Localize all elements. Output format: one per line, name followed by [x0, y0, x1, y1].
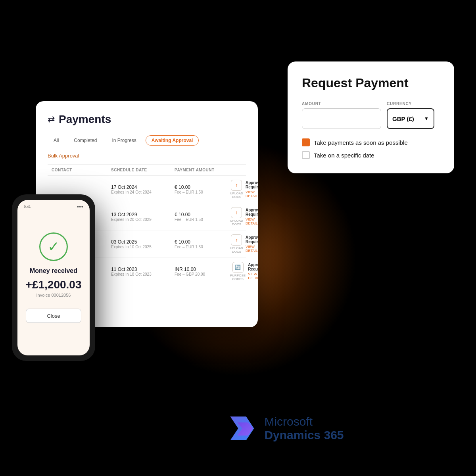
approval-required-label: Approval Required i	[246, 235, 258, 244]
row-action-area: ↑ UPLOADDOCS Approval Required i VIEW DE…	[230, 234, 258, 253]
close-button[interactable]: Close	[26, 309, 81, 323]
tab-inprogress[interactable]: In Progress	[106, 135, 142, 146]
asap-label: Take payments as soon as possible	[314, 139, 408, 146]
check-icon: ✓	[48, 240, 60, 254]
success-circle: ✓	[39, 232, 68, 261]
ms-name: Microsoft	[264, 415, 344, 428]
upload-button[interactable]: ↑ UPLOADDOCS	[230, 234, 243, 253]
upload-button[interactable]: ↑ UPLOADDOCS	[230, 180, 243, 199]
change-button[interactable]: 🔄 PURPOSECODES	[230, 262, 246, 281]
upload-button[interactable]: ↑ UPLOADDOCS	[230, 207, 243, 226]
phone-mockup: 9:41 ●●● ✓ Money received +£1,200.03 Inv…	[12, 194, 95, 361]
approval-required-label: Approval Required i	[246, 208, 258, 217]
invoice-text: Invoice 00012056	[36, 293, 71, 298]
tab-completed[interactable]: Completed	[68, 135, 103, 146]
upload-arrow-icon[interactable]: ↑	[231, 207, 242, 218]
row-action-area: ↑ UPLOADDOCS Approval Required i VIEW DE…	[230, 180, 258, 199]
payments-header: ⇄ Payments	[48, 113, 246, 126]
currency-label: CURRENCY	[387, 102, 434, 106]
tab-awaiting-approval[interactable]: Awaiting Approval	[146, 135, 199, 146]
col-contact: CONTACT	[52, 168, 111, 172]
specific-date-checkbox[interactable]	[302, 151, 310, 159]
row-amount: € 10.00 Fee – EUR 1.50	[175, 239, 230, 249]
asap-checkbox[interactable]	[302, 138, 310, 146]
request-payment-panel: Request Payment AMOUNT CURRENCY GBP (£) …	[288, 61, 454, 173]
payments-title: Payments	[59, 113, 111, 126]
row-date: 03 Oct 2025 Expires In 10 Oct 2025	[111, 239, 175, 249]
chevron-down-icon: ▼	[424, 116, 429, 121]
money-received-label: Money received	[30, 267, 77, 274]
ms-product: Dynamics 365	[264, 428, 344, 442]
ms-dynamics-logo: Microsoft Dynamics 365	[226, 413, 344, 444]
view-details-link[interactable]: VIEW DETAILS	[248, 272, 258, 280]
col-schedule: SCHEDULE DATE	[111, 168, 175, 172]
row-date: 11 Oct 2023 Expires In 18 Oct 2023	[111, 267, 175, 276]
row-action-area: ↑ UPLOADDOCS Approval Required i VIEW DE…	[230, 207, 258, 226]
currency-select[interactable]: GBP (£) ▼	[387, 108, 434, 129]
payments-icon: ⇄	[48, 114, 55, 125]
checkbox-row-asap: Take payments as soon as possible	[302, 138, 440, 146]
approval-required-label: Approval Required i	[246, 180, 258, 189]
phone-status-bar: 9:41 ●●●	[17, 205, 90, 209]
currency-field: CURRENCY GBP (£) ▼	[387, 102, 434, 129]
row-amount: € 10.00 Fee – EUR 1.50	[175, 212, 230, 222]
row-date: 17 Oct 2024 Expires In 24 Oct 2024	[111, 184, 175, 194]
col-actions	[230, 168, 242, 172]
view-details-link[interactable]: VIEW DETAILS	[246, 190, 258, 198]
request-payment-title: Request Payment	[302, 76, 440, 90]
amount-label: AMOUNT	[302, 102, 381, 106]
status-time: 9:41	[24, 205, 31, 209]
dynamics-logo-icon	[226, 413, 258, 444]
row-amount: € 10.00 Fee – EUR 1.50	[175, 184, 230, 194]
upload-arrow-icon[interactable]: ↑	[231, 234, 242, 246]
row-action-area: 🔄 PURPOSECODES Approval Required i VIEW …	[230, 262, 258, 281]
phone-screen: 9:41 ●●● ✓ Money received +£1,200.03 Inv…	[17, 200, 90, 355]
upload-arrow-icon[interactable]: ↑	[231, 180, 242, 191]
tab-all[interactable]: All	[48, 135, 65, 146]
ms-logo-text: Microsoft Dynamics 365	[264, 415, 344, 442]
currency-value: GBP (£)	[392, 115, 414, 122]
approval-required-label: Approval Required i	[248, 263, 258, 271]
row-date: 13 Oct 2029 Expires In 20 Oct 2029	[111, 212, 175, 222]
view-details-link[interactable]: VIEW DETAILS	[246, 245, 258, 253]
amount-field: AMOUNT	[302, 102, 381, 129]
payments-tabs: All Completed In Progress Awaiting Appro…	[48, 135, 246, 146]
status-signal: ●●●	[77, 205, 83, 209]
amount-input[interactable]	[302, 108, 381, 129]
checkbox-row-date: Take on a specific date	[302, 151, 440, 159]
payment-checkboxes: Take payments as soon as possible Take o…	[302, 138, 440, 159]
specific-date-label: Take on a specific date	[314, 152, 374, 159]
view-details-link[interactable]: VIEW DETAILS	[246, 217, 258, 225]
bulk-approval-link[interactable]: Bulk Approval	[48, 153, 246, 159]
col-amount: PAYMENT AMOUNT	[175, 168, 230, 172]
row-amount: INR 10.00 Fee – GBP 20.00	[175, 267, 230, 276]
change-icon[interactable]: 🔄	[232, 262, 244, 273]
money-amount: +£1,200.03	[26, 278, 82, 291]
table-header: CONTACT SCHEDULE DATE PAYMENT AMOUNT	[48, 164, 246, 176]
payment-fields-row: AMOUNT CURRENCY GBP (£) ▼	[302, 102, 440, 129]
